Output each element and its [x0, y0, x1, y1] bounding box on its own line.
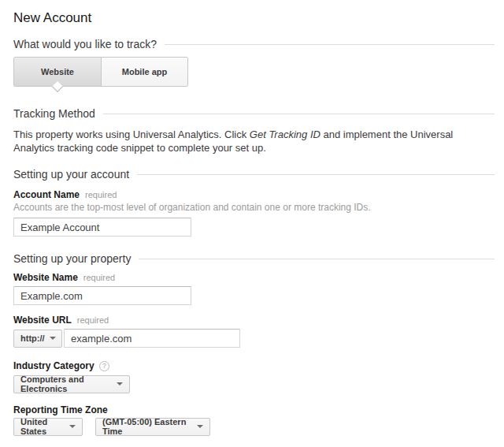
url-protocol-value: http://: [20, 333, 45, 343]
tracking-method-heading: Tracking Method: [13, 107, 495, 121]
website-url-input[interactable]: [64, 329, 240, 348]
chevron-down-icon: [117, 382, 123, 386]
tab-website-label: Website: [41, 67, 74, 76]
industry-category-label-row: Industry Category ?: [13, 360, 495, 371]
chevron-down-icon: [69, 425, 76, 428]
required-badge: required: [85, 189, 117, 200]
track-type-tabs: Website Mobile app: [13, 57, 188, 87]
industry-category-label: Industry Category: [13, 360, 94, 371]
selected-tab-pointer: [52, 81, 63, 92]
country-value: United States: [20, 417, 65, 436]
track-section-heading: What would you like to track?: [13, 38, 495, 51]
chevron-down-icon: [197, 425, 203, 428]
website-url-label: Website URL: [13, 315, 72, 326]
page-title: New Account: [13, 10, 495, 26]
account-name-label: Account Name: [13, 189, 80, 200]
country-dropdown[interactable]: United States: [13, 418, 83, 436]
get-tracking-id-reference: Get Tracking ID: [250, 129, 321, 140]
tab-website[interactable]: Website: [14, 58, 101, 86]
industry-category-dropdown[interactable]: Computers and Electronics: [13, 375, 130, 393]
industry-category-value: Computers and Electronics: [20, 374, 112, 393]
track-heading-text: What would you like to track?: [13, 38, 157, 51]
reporting-time-zone-label: Reporting Time Zone: [13, 404, 108, 415]
tab-mobile-app[interactable]: Mobile app: [101, 58, 187, 86]
time-zone-value: (GMT-05:00) Eastern Time: [102, 417, 192, 436]
chevron-down-icon: [50, 337, 56, 340]
tracking-method-description: This property works using Universal Anal…: [13, 128, 495, 155]
account-section-heading: Setting up your account: [13, 168, 495, 181]
description-text: This property works using Universal Anal…: [13, 129, 250, 140]
account-name-helper: Accounts are the top-most level of organ…: [13, 202, 495, 214]
section-divider: [139, 259, 495, 259]
tracking-method-heading-text: Tracking Method: [13, 107, 95, 121]
property-heading-text: Setting up your property: [13, 252, 131, 266]
new-account-form: New Account What would you like to track…: [0, 0, 504, 436]
required-badge: required: [77, 315, 109, 326]
required-badge: required: [83, 272, 115, 283]
reporting-time-zone-row: United States (GMT-05:00) Eastern Time: [13, 418, 495, 436]
reporting-time-zone-label-row: Reporting Time Zone: [13, 404, 495, 415]
website-url-row: http://: [13, 329, 495, 348]
section-divider: [103, 114, 495, 114]
website-name-label-row: Website Name required: [13, 272, 495, 283]
url-protocol-dropdown[interactable]: http://: [13, 330, 62, 348]
help-icon[interactable]: ?: [99, 361, 109, 371]
website-name-label: Website Name: [13, 272, 78, 283]
account-name-label-row: Account Name required: [13, 189, 495, 200]
website-url-label-row: Website URL required: [13, 315, 495, 326]
section-divider: [165, 44, 495, 45]
account-name-input[interactable]: [13, 218, 191, 237]
tab-mobile-app-label: Mobile app: [122, 67, 167, 76]
time-zone-dropdown[interactable]: (GMT-05:00) Eastern Time: [95, 418, 210, 436]
website-name-input[interactable]: [13, 286, 191, 305]
section-divider: [137, 174, 495, 175]
account-heading-text: Setting up your account: [13, 168, 129, 181]
property-section-heading: Setting up your property: [13, 252, 495, 266]
